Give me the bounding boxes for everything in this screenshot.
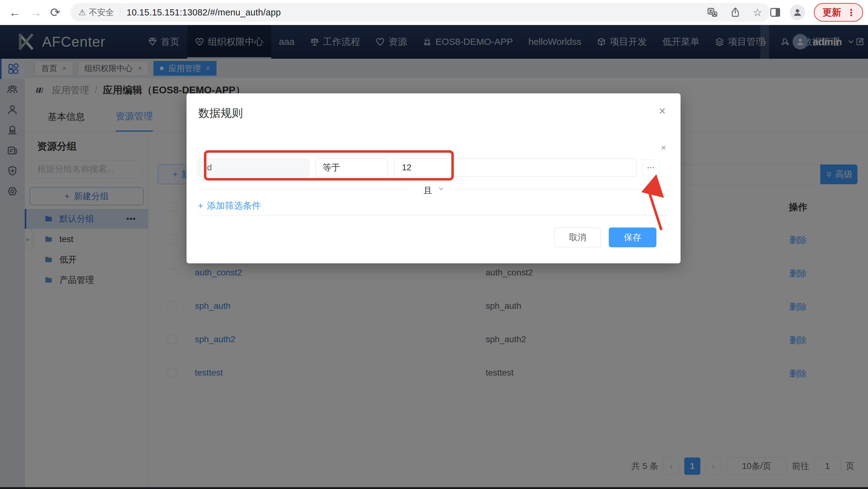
security-label[interactable]: 不安全 (89, 7, 114, 18)
dialog-close-icon[interactable]: × (659, 105, 666, 117)
chevron-down-icon (438, 186, 444, 192)
address-bar[interactable]: ⚠ 不安全 10.15.15.151:13082/#/menu_auth/app… (70, 3, 770, 22)
divider (120, 7, 120, 17)
divider (449, 189, 669, 190)
rule-value-input[interactable]: 12 (394, 159, 637, 176)
browser-back-button[interactable]: ← (9, 6, 21, 19)
app-page: AFCenter 首页 组织权限中心 aaa 工作流程 资源 (0, 25, 868, 487)
bookmark-star-icon[interactable]: ☆ (753, 6, 762, 19)
divider (198, 215, 669, 216)
browser-forward-button[interactable]: → (30, 6, 42, 19)
plus-icon: + (198, 201, 203, 211)
url-text[interactable]: 10.15.15.151:13082/#/menu_auth/app (126, 7, 281, 18)
logic-row: 且 (187, 185, 681, 194)
update-label: 更新 (823, 6, 841, 19)
browser-update-button[interactable]: 更新 ⋮ (814, 3, 863, 22)
browser-menu-icon[interactable]: ⋮ (847, 7, 856, 18)
cancel-button[interactable]: 取消 (554, 228, 601, 247)
add-condition-link[interactable]: + 添加筛选条件 (198, 200, 261, 212)
share-icon[interactable] (730, 7, 741, 18)
warning-icon: ⚠ (79, 8, 86, 17)
browser-reload-button[interactable]: ⟳ (50, 6, 61, 19)
screen-bottom-edge (0, 487, 868, 489)
side-panel-icon[interactable] (769, 6, 781, 18)
remove-condition-icon[interactable]: × (661, 143, 666, 153)
rule-field-input[interactable]: id (198, 159, 309, 176)
rule-more-button[interactable]: ⋯ (642, 160, 659, 175)
browser-chrome: ← → ⟳ ⚠ 不安全 10.15.15.151:13082/#/menu_au… (0, 0, 868, 25)
rule-operator-select[interactable]: 等于 (315, 159, 388, 176)
translate-icon[interactable] (707, 7, 718, 18)
data-rule-dialog: 数据规则 × × id 等于 12 ⋯ 且 + 添加筛选条件 取消 保存 (187, 93, 681, 263)
dialog-title: 数据规则 (198, 106, 243, 121)
logic-and-select[interactable]: 且 (424, 185, 432, 196)
browser-profile-avatar[interactable] (790, 5, 805, 20)
divider (198, 189, 408, 190)
add-condition-label: 添加筛选条件 (207, 200, 261, 212)
save-button[interactable]: 保存 (609, 228, 656, 247)
